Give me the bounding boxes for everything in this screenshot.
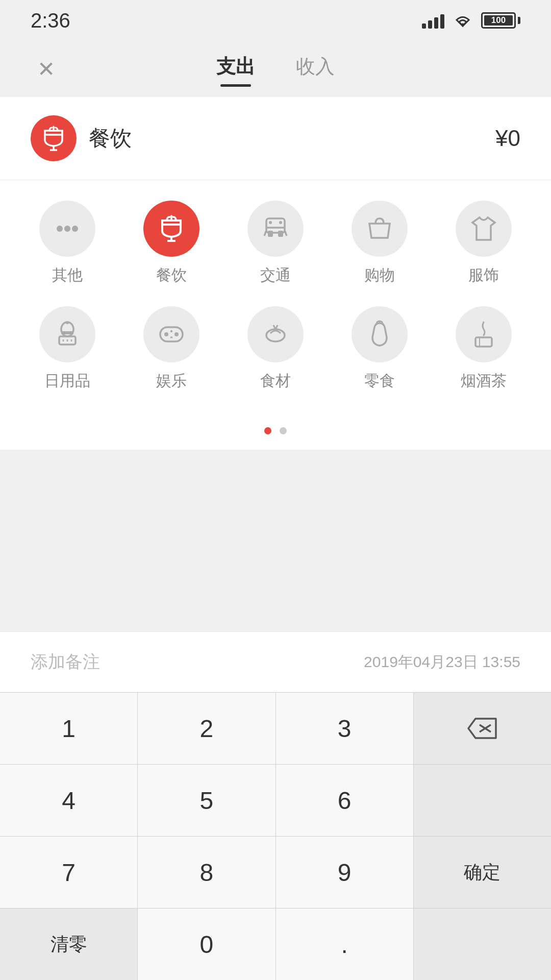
category-item-other[interactable]: 其他 [27, 201, 108, 286]
note-input[interactable]: 添加备注 [31, 650, 100, 674]
category-header: 餐饮 ¥0 [0, 97, 551, 180]
food-icon-circle [143, 201, 199, 257]
category-item-groceries[interactable]: 食材 [235, 306, 316, 391]
key-1[interactable]: 1 [0, 693, 138, 764]
clothing-label: 服饰 [468, 265, 499, 286]
svg-point-15 [279, 221, 282, 224]
key-6[interactable]: 6 [276, 765, 414, 836]
category-row-1: 其他 餐饮 [15, 201, 536, 286]
key-0[interactable]: 0 [138, 909, 276, 980]
key-3[interactable]: 3 [276, 693, 414, 764]
category-item-clothing[interactable]: 服饰 [443, 201, 524, 286]
other-label: 其他 [52, 265, 83, 286]
svg-rect-34 [475, 337, 492, 347]
keypad-row-4: 清零 0 . [0, 908, 551, 980]
tab-income[interactable]: 收入 [296, 54, 335, 85]
snacks-label: 零食 [364, 371, 395, 391]
daily-icon-circle [39, 306, 95, 362]
category-left: 餐饮 [31, 115, 132, 161]
battery-icon: 100 [481, 12, 520, 29]
tobacco-icon-circle [456, 306, 512, 362]
key-9[interactable]: 9 [276, 837, 414, 908]
tab-expense[interactable]: 支出 [216, 54, 255, 85]
category-item-tobacco[interactable]: 烟酒茶 [443, 306, 524, 391]
category-grid: 其他 餐饮 [0, 180, 551, 422]
daily-label: 日用品 [44, 371, 90, 391]
tabs: 支出 收入 [216, 54, 335, 85]
keypad-row-2: 4 5 6 [0, 764, 551, 836]
svg-line-13 [285, 231, 287, 236]
svg-point-3 [57, 226, 63, 232]
svg-rect-10 [268, 231, 273, 237]
transport-icon-circle [247, 201, 304, 257]
svg-point-14 [269, 221, 272, 224]
backspace-icon [464, 716, 500, 741]
selected-category-icon [31, 115, 77, 161]
key-empty-2 [414, 909, 551, 980]
category-item-daily[interactable]: 日用品 [27, 306, 108, 391]
key-clear[interactable]: 清零 [0, 909, 138, 980]
note-date: 2019年04月23日 13:55 [364, 652, 520, 673]
key-2[interactable]: 2 [138, 693, 276, 764]
wifi-icon [453, 13, 473, 28]
svg-rect-9 [266, 218, 285, 233]
svg-point-25 [164, 332, 168, 336]
key-empty-1 [414, 765, 551, 836]
keypad: 1 2 3 4 5 6 7 8 9 确定 清零 [0, 692, 551, 980]
svg-point-4 [64, 226, 70, 232]
svg-rect-24 [160, 327, 183, 341]
key-4[interactable]: 4 [0, 765, 138, 836]
keypad-row-3: 7 8 9 确定 [0, 836, 551, 908]
food-label: 餐饮 [156, 265, 187, 286]
svg-point-5 [72, 226, 78, 232]
dot-1 [264, 427, 271, 434]
other-icon-circle [39, 201, 95, 257]
svg-point-26 [174, 332, 179, 336]
entertainment-label: 娱乐 [156, 371, 187, 391]
dot-2 [280, 427, 287, 434]
svg-rect-11 [278, 231, 283, 237]
status-bar: 2:36 100 [0, 0, 551, 41]
key-confirm[interactable]: 确定 [414, 837, 551, 908]
transport-label: 交通 [260, 265, 291, 286]
groceries-icon-circle [247, 306, 304, 362]
close-icon: ✕ [37, 57, 55, 82]
groceries-label: 食材 [260, 371, 291, 391]
key-backspace[interactable] [414, 693, 551, 764]
close-button[interactable]: ✕ [31, 54, 61, 84]
category-item-shopping[interactable]: 购物 [339, 201, 420, 286]
category-item-snacks[interactable]: 零食 [339, 306, 420, 391]
category-row-2: 日用品 娱乐 [15, 306, 536, 391]
note-bar: 添加备注 2019年04月23日 13:55 [0, 631, 551, 692]
key-8[interactable]: 8 [138, 837, 276, 908]
clothing-icon-circle [456, 201, 512, 257]
tobacco-label: 烟酒茶 [461, 371, 507, 391]
svg-rect-17 [61, 331, 73, 334]
status-time: 2:36 [31, 9, 70, 32]
shopping-label: 购物 [364, 265, 395, 286]
shopping-icon-circle [352, 201, 408, 257]
page-dots [0, 422, 551, 450]
entertainment-icon-circle [143, 306, 199, 362]
svg-line-12 [264, 231, 266, 236]
category-item-transport[interactable]: 交通 [235, 201, 316, 286]
category-item-food[interactable]: 餐饮 [131, 201, 212, 286]
keypad-row-1: 1 2 3 [0, 692, 551, 764]
key-5[interactable]: 5 [138, 765, 276, 836]
status-icons: 100 [422, 12, 520, 29]
header: ✕ 支出 收入 [0, 41, 551, 97]
selected-category-name: 餐饮 [89, 124, 132, 153]
snacks-icon-circle [352, 306, 408, 362]
category-amount: ¥0 [495, 126, 520, 151]
key-7[interactable]: 7 [0, 837, 138, 908]
empty-area [0, 450, 551, 631]
key-dot[interactable]: . [276, 909, 414, 980]
category-item-entertainment[interactable]: 娱乐 [131, 306, 212, 391]
signal-icon [422, 12, 444, 29]
